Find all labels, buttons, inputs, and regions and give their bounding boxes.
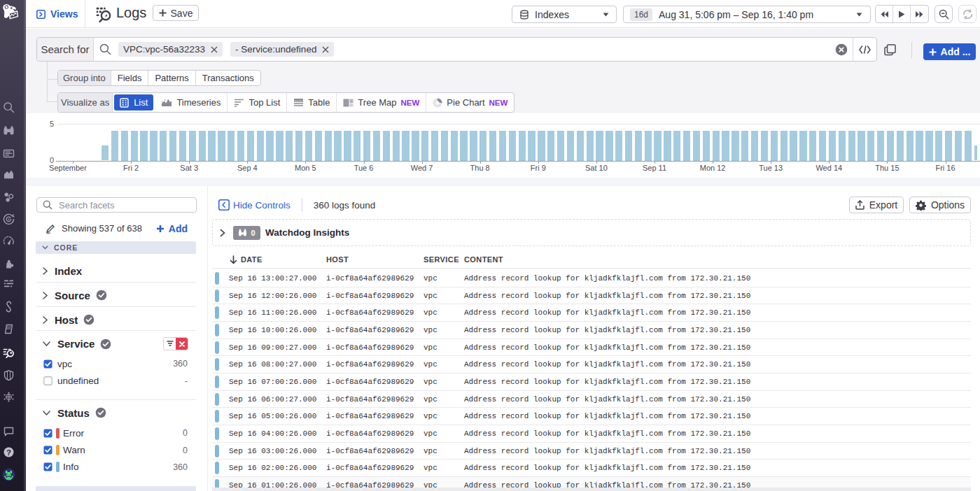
svg-text:?: ? xyxy=(6,448,11,456)
